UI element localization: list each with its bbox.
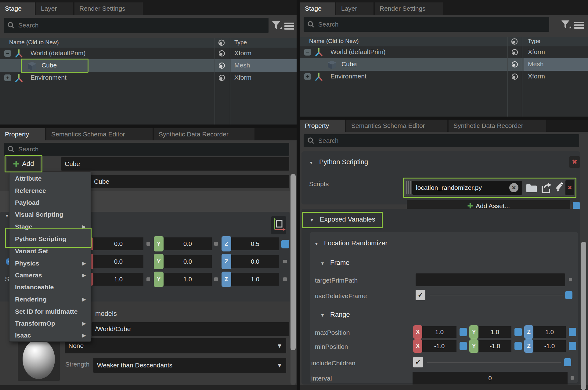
tab-semantics-schema-editor[interactable]: Semantics Schema Editor xyxy=(46,128,153,140)
tab-stage[interactable]: Stage xyxy=(300,2,336,15)
menu-item-physics[interactable]: Physics▶ xyxy=(9,257,91,269)
tab-property[interactable]: Property xyxy=(300,120,346,132)
tab-render-settings[interactable]: Render Settings xyxy=(74,2,143,15)
menu-item-isaac[interactable]: Isaac▶ xyxy=(9,329,91,341)
menu-item-cameras[interactable]: Cameras▶ xyxy=(9,269,91,281)
name-column-header[interactable]: Name (Old to New) xyxy=(9,39,59,46)
changed-value-indicator[interactable] xyxy=(460,328,467,336)
left-stage-search-input[interactable]: Search xyxy=(4,18,269,33)
x-value-field[interactable]: 0.0 xyxy=(93,237,143,250)
collapse-expander-icon[interactable]: − xyxy=(4,50,11,57)
name-column-header[interactable]: Name (Old to New) xyxy=(309,38,359,45)
right-scrollbar-thumb[interactable] xyxy=(581,242,586,390)
menu-item-reference[interactable]: Reference xyxy=(9,185,91,197)
tab-synthetic-data-recorder[interactable]: Synthetic Data Recorder xyxy=(154,128,255,140)
collapsed-section-caret[interactable]: ▼ xyxy=(5,214,9,218)
z-value-field[interactable]: 1.0 xyxy=(533,326,566,338)
right-property-search-input[interactable]: Search xyxy=(304,134,579,147)
tab-property[interactable]: Property xyxy=(0,128,46,140)
menu-item-visual-scripting[interactable]: Visual Scripting xyxy=(9,208,91,221)
changed-value-indicator[interactable] xyxy=(281,240,289,248)
target-prim-path-field[interactable] xyxy=(416,273,565,286)
tab-layer[interactable]: Layer xyxy=(336,2,374,15)
z-value-field[interactable]: 0.0 xyxy=(231,255,279,268)
changed-value-indicator[interactable] xyxy=(565,291,572,299)
filter-funnel-icon[interactable] xyxy=(560,19,572,30)
reset-dot[interactable] xyxy=(214,242,218,246)
z-value-field[interactable]: 1.0 xyxy=(231,273,279,286)
prim-name-field[interactable]: Cube xyxy=(61,157,289,171)
expand-expander-icon[interactable]: + xyxy=(304,73,311,80)
y-value-field[interactable]: -1.0 xyxy=(478,340,511,352)
visibility-eye-icon[interactable] xyxy=(511,49,519,56)
tab-stage[interactable]: Stage xyxy=(0,2,35,15)
expand-expander-icon[interactable]: + xyxy=(4,74,11,81)
tree-row-environment[interactable]: + Environment Xform xyxy=(300,71,588,82)
include-children-checkbox[interactable]: ✓ xyxy=(413,357,423,367)
menu-hamburger-icon[interactable] xyxy=(284,21,294,31)
section-collapse-icon[interactable]: ▼ xyxy=(320,261,325,265)
right-stage-search-input[interactable]: Search xyxy=(304,17,549,32)
menu-item-instanceable[interactable]: Instanceable xyxy=(9,281,91,293)
y-value-field[interactable]: 1.0 xyxy=(164,273,212,286)
type-column-header[interactable]: Type xyxy=(234,39,247,46)
material-binding-dropdown[interactable]: None ▼ xyxy=(65,338,286,353)
tab-synthetic-data-recorder[interactable]: Synthetic Data Recorder xyxy=(449,120,547,132)
x-value-field[interactable]: 1.0 xyxy=(422,326,456,338)
tree-row-world[interactable]: − World (defaultPrim) Xform xyxy=(300,46,588,58)
left-property-search-input[interactable]: Search xyxy=(4,143,289,156)
x-value-field[interactable]: 1.0 xyxy=(93,273,143,286)
changed-value-indicator[interactable] xyxy=(569,342,576,350)
interval-field[interactable]: 0 xyxy=(413,372,568,385)
reset-dot[interactable] xyxy=(214,277,218,281)
local-frame-button[interactable] xyxy=(271,216,286,234)
material-path-field[interactable]: /World/Cube xyxy=(92,322,289,336)
use-relative-frame-checkbox[interactable]: ✓ xyxy=(416,290,425,300)
menu-hamburger-icon[interactable] xyxy=(574,20,584,30)
filter-funnel-icon[interactable] xyxy=(271,20,283,31)
reset-dot[interactable] xyxy=(283,277,287,281)
y-value-field[interactable]: 1.0 xyxy=(478,326,511,338)
changed-value-indicator[interactable] xyxy=(514,328,522,336)
visibility-eye-icon[interactable] xyxy=(511,61,519,68)
changed-value-indicator[interactable] xyxy=(569,328,576,336)
visibility-eye-icon[interactable] xyxy=(511,73,519,80)
tab-semantics-schema-editor[interactable]: Semantics Schema Editor xyxy=(346,120,448,132)
reset-dot[interactable] xyxy=(569,278,572,281)
visibility-eye-icon[interactable] xyxy=(218,74,226,81)
tab-layer[interactable]: Layer xyxy=(36,2,74,15)
remove-component-button[interactable]: ✖ xyxy=(569,156,580,168)
tree-row-cube[interactable]: Cube Mesh xyxy=(300,58,588,71)
x-value-field[interactable]: 0.0 xyxy=(93,255,143,268)
reset-dot[interactable] xyxy=(146,277,150,281)
menu-item-rendering[interactable]: Rendering▶ xyxy=(9,293,91,305)
changed-value-indicator[interactable] xyxy=(460,342,467,350)
reset-dot[interactable] xyxy=(571,376,574,380)
menu-item-attribute[interactable]: Attribute xyxy=(9,172,91,185)
section-collapse-icon[interactable]: ▼ xyxy=(309,161,313,165)
tree-row-world[interactable]: − World (defaultPrim) Xform xyxy=(0,48,297,59)
section-collapse-icon[interactable]: ▼ xyxy=(314,242,319,246)
section-collapse-icon[interactable]: ▼ xyxy=(320,313,325,317)
visibility-eye-icon[interactable] xyxy=(218,50,226,57)
changed-value-indicator[interactable] xyxy=(564,358,571,366)
prim-name-field-2[interactable]: Cube xyxy=(90,175,289,188)
left-scrollbar-thumb[interactable] xyxy=(290,174,296,350)
menu-item-transformop[interactable]: TransformOp▶ xyxy=(9,317,91,330)
z-value-field[interactable]: -1.0 xyxy=(533,340,566,352)
menu-item-set-id-for-multimatte[interactable]: Set ID for multimatte xyxy=(9,305,91,318)
visibility-eye-icon[interactable] xyxy=(218,62,226,69)
tab-render-settings[interactable]: Render Settings xyxy=(375,2,444,15)
menu-item-payload[interactable]: Payload xyxy=(9,197,91,209)
changed-value-indicator[interactable] xyxy=(514,342,522,350)
collapse-expander-icon[interactable]: − xyxy=(304,49,311,56)
y-value-field[interactable]: 0.0 xyxy=(164,255,212,268)
reset-dot[interactable] xyxy=(283,260,287,263)
y-value-field[interactable]: 0.0 xyxy=(164,237,212,250)
x-value-field[interactable]: -1.0 xyxy=(422,340,456,352)
tree-row-environment[interactable]: + Environment Xform xyxy=(0,72,297,84)
type-column-header[interactable]: Type xyxy=(528,38,540,45)
strength-dropdown[interactable]: Weaker than Descendants ▼ xyxy=(93,358,286,373)
reset-dot[interactable] xyxy=(146,242,150,246)
z-value-field[interactable]: 0.5 xyxy=(231,237,279,250)
